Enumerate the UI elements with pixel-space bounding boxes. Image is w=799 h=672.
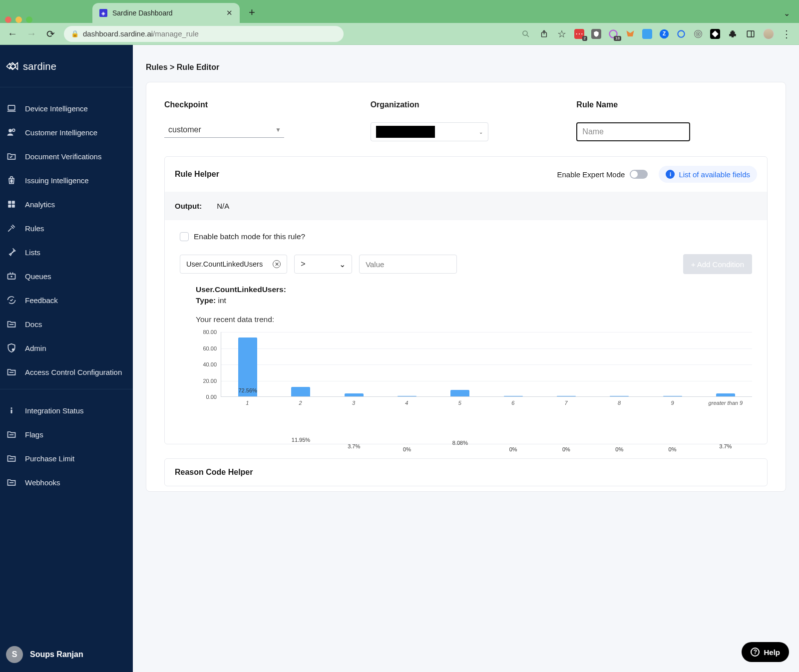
sidebar-item-access-control[interactable]: Access Control Configuration [0,360,133,384]
svg-point-14 [8,129,12,132]
batch-mode-checkbox[interactable] [180,232,189,241]
condition-operator-select[interactable]: > ⌄ [294,255,352,274]
sidebar-item-customer-intelligence[interactable]: Customer Intelligence [0,120,133,144]
sidebar-item-analytics[interactable]: Analytics [0,192,133,216]
sidebar-item-queues[interactable]: Queues [0,264,133,288]
sidebar-item-label: Integration Status [25,406,84,415]
sidebar-item-webhooks[interactable]: Webhooks [0,470,133,494]
sidebar-item-feedback[interactable]: Feedback [0,288,133,312]
condition-value-input[interactable] [359,255,457,274]
sidebar-item-device-intelligence[interactable]: Device Intelligence [0,96,133,120]
refresh-check-icon [6,295,17,306]
forward-button[interactable]: → [26,28,37,39]
condition-field-chip[interactable]: User.CountLinkedUsers ✕ [180,255,287,274]
new-tab-button[interactable]: + [249,6,255,19]
bar-value-label: 72.56% [238,387,257,393]
extension-target-icon[interactable] [693,29,703,39]
bar-column: 11.95% [274,332,327,396]
side-panel-icon[interactable] [745,28,756,39]
favicon-icon: ◈ [99,9,107,17]
field-info-type: Type: int [196,296,752,305]
sidebar-item-issuing-intelligence[interactable]: $ Issuing Intelligence [0,168,133,192]
extension-metamask-icon[interactable] [625,29,635,39]
x-tick-label: 1 [221,397,274,406]
extension-blue-icon[interactable] [642,29,652,39]
minimize-window-icon[interactable] [15,16,22,23]
svg-point-15 [12,129,15,131]
gavel-icon [6,223,17,234]
x-tick-label: 4 [380,397,433,406]
address-bar[interactable]: 🔒 dashboard.sardine.ai/manage_rule [64,26,344,42]
extension-diamond-icon[interactable] [710,29,720,39]
sidebar-item-document-verifications[interactable]: Document Verifications [0,144,133,168]
sidebar-item-rules[interactable]: Rules [0,216,133,240]
rulename-input[interactable] [576,122,690,141]
sidebar-item-lists[interactable]: Lists [0,240,133,264]
shield-gear-icon [6,342,17,353]
search-page-icon[interactable] [520,28,531,39]
clear-field-icon[interactable]: ✕ [273,260,281,268]
sidebar-item-docs[interactable]: Docs [0,312,133,336]
checkpoint-field-group: Checkpoint customer ▼ [164,100,356,141]
extension-c-icon[interactable] [676,29,686,39]
bar-value-label: 0% [562,446,570,452]
info-icon [6,405,17,416]
svg-text:$: $ [10,179,12,183]
checkpoint-select[interactable]: customer ▼ [164,122,284,138]
share-icon[interactable] [538,28,549,39]
brand-logo[interactable]: sardine [0,45,133,82]
sidebar-item-label: Webhooks [25,478,60,487]
bar [291,387,310,396]
maximize-window-icon[interactable] [26,16,32,23]
breadcrumb: Rules > Rule Editor [133,45,799,82]
batch-mode-checkbox-group[interactable]: Enable batch mode for this rule? [180,232,752,241]
bar [610,396,629,396]
brand-name: sardine [23,61,56,72]
chevron-down-icon: ▼ [275,126,281,133]
available-fields-label: List of available fields [679,170,750,179]
sidebar-item-purchase-limit[interactable]: Purchase Limit [0,446,133,470]
extensions-menu-icon[interactable] [727,28,738,39]
reload-button[interactable]: ⟳ [45,28,56,39]
bookmark-icon[interactable]: ☆ [556,28,567,39]
user-name: Soups Ranjan [30,650,83,659]
sidebar-item-flags[interactable]: Flags [0,422,133,446]
x-tick-label: 8 [593,397,646,406]
sidebar-item-label: Analytics [25,200,55,209]
extension-ublock-icon[interactable] [591,29,601,39]
condition-field-value: User.CountLinkedUsers [186,260,263,268]
folder-icon [6,319,17,330]
folder-lock-icon [6,366,17,377]
folder-flag-icon [6,429,17,440]
queue-icon [6,271,17,282]
bar-value-label: 8.08% [452,440,468,446]
close-window-icon[interactable] [5,16,11,23]
extension-lastpass-icon[interactable]: ⋯2 [574,29,584,39]
sidebar-user[interactable]: S Soups Ranjan [0,638,133,672]
bar-column: 3.7% [699,332,752,396]
browser-tab-active[interactable]: ◈ Sardine Dashboard ✕ [92,3,240,23]
sidebar-item-integration-status[interactable]: Integration Status [0,398,133,422]
tab-close-icon[interactable]: ✕ [226,8,233,17]
y-tick: 0.00 [206,394,217,400]
sidebar: sardine Device Intelligence Customer Int… [0,45,133,672]
sidebar-item-admin[interactable]: Admin [0,336,133,360]
tab-title: Sardine Dashboard [112,9,221,17]
extension-purple-icon[interactable]: 18 [608,29,618,39]
sidebar-item-label: Device Intelligence [25,104,88,113]
profile-avatar-icon[interactable] [763,28,774,39]
organization-select[interactable]: ⌄ [371,122,488,141]
bar [663,396,682,396]
browser-menu-icon[interactable]: ⋮ [781,28,792,39]
expert-mode-toggle[interactable] [630,170,648,179]
tabs-dropdown-icon[interactable]: ⌄ [784,8,790,18]
back-button[interactable]: ← [7,28,18,39]
help-fab[interactable]: ? Help [742,642,789,662]
organization-label: Organization [371,100,562,109]
grid-icon [6,199,17,210]
available-fields-link[interactable]: i List of available fields [659,166,757,183]
output-key: Output: [175,202,202,210]
svg-rect-10 [747,31,754,37]
add-condition-button[interactable]: + Add Condition [683,254,752,274]
extension-z-icon[interactable]: Z [659,29,669,39]
